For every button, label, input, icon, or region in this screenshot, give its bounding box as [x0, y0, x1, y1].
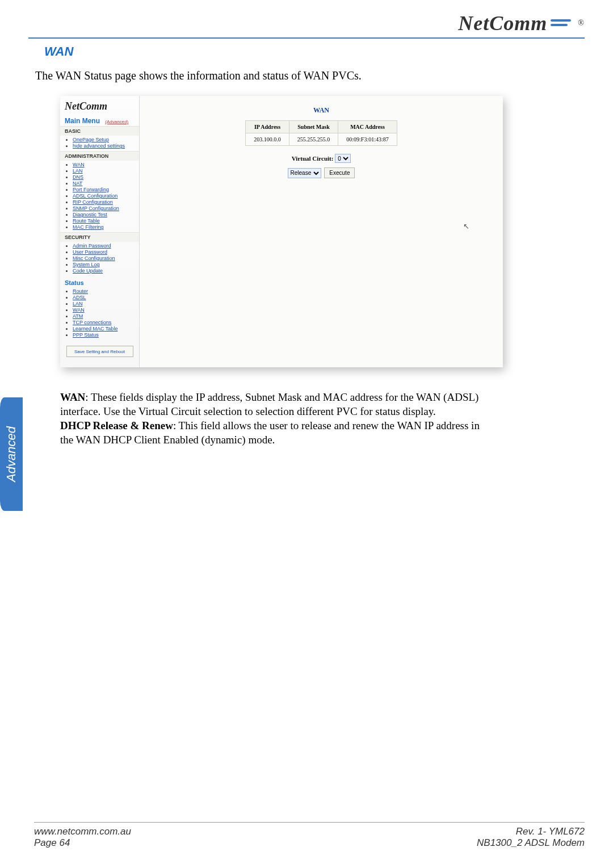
side-tab: Advanced: [0, 397, 23, 511]
list-item: ADSL Configuration: [73, 193, 139, 199]
save-reboot-button[interactable]: Save Setting and Reboot: [66, 346, 133, 357]
list-item: Route Table: [73, 218, 139, 224]
nav-nat[interactable]: NAT: [73, 181, 82, 186]
nav-portfwd[interactable]: Port Forwarding: [73, 187, 109, 192]
vc-label: Virtual Circuit:: [292, 155, 334, 162]
list-item: SNMP Configuration: [73, 206, 139, 211]
footer-url: www.netcomm.com.au: [34, 826, 131, 837]
list-item: TCP connections: [73, 320, 139, 325]
list-item: Misc Configuration: [73, 255, 139, 261]
nav-lan-status[interactable]: LAN: [73, 301, 83, 307]
nav-learned-mac[interactable]: Learned MAC Table: [73, 326, 117, 332]
brand-logo: NetComm ®: [458, 11, 585, 35]
list-item: ATM: [73, 313, 139, 319]
list-item: DNS: [73, 174, 139, 180]
cursor-icon: ↖: [463, 222, 469, 230]
nav-route-table[interactable]: Route Table: [73, 218, 100, 224]
list-item: NAT: [73, 181, 139, 186]
vc-select[interactable]: 0: [335, 154, 351, 163]
group-status: Status: [60, 276, 139, 287]
side-tab-label: Advanced: [4, 426, 19, 482]
nav-hide-advanced[interactable]: hide advanced settings: [73, 143, 125, 149]
list-item: WAN: [73, 162, 139, 167]
list-item: LAN: [73, 168, 139, 174]
group-basic: BASIC: [60, 126, 139, 136]
nav-snmp-config[interactable]: SNMP Configuration: [73, 206, 119, 211]
cell-ip: 203.100.0.0: [246, 133, 289, 146]
nav-adsl-config[interactable]: ADSL Configuration: [73, 193, 117, 199]
brand-text: NetComm: [458, 11, 547, 35]
list-item: hide advanced settings: [73, 143, 139, 149]
intro-text: The WAN Status page shows the informatio…: [35, 69, 585, 82]
sidebar-brand: NetComm: [60, 96, 139, 115]
table-header-row: IP Address Subnet Mask MAC Address: [246, 121, 397, 133]
list-item: System Log: [73, 262, 139, 267]
main-menu-text: Main Menu: [65, 117, 100, 125]
nav-user-password[interactable]: User Password: [73, 249, 107, 255]
admin-list: WAN LAN DNS NAT Port Forwarding ADSL Con…: [73, 162, 139, 230]
col-ip: IP Address: [246, 121, 289, 133]
list-item: RIP Configuration: [73, 199, 139, 205]
col-mac: MAC Address: [338, 121, 397, 133]
nav-wan-status[interactable]: WAN: [73, 307, 85, 313]
nav-code-update[interactable]: Code Update: [73, 268, 103, 274]
nav-system-log[interactable]: System Log: [73, 262, 100, 267]
status-list: Router ADSL LAN WAN ATM TCP connections …: [73, 288, 139, 338]
nav-ppp-status[interactable]: PPP Status: [73, 332, 99, 338]
list-item: MAC Filtering: [73, 224, 139, 230]
list-item: PPP Status: [73, 332, 139, 338]
cell-subnet: 255.255.255.0: [289, 133, 338, 146]
security-list: Admin Password User Password Misc Config…: [73, 243, 139, 274]
list-item: Diagnostic Test: [73, 212, 139, 217]
desc-wan-lead: WAN: [60, 391, 85, 403]
execute-button[interactable]: Execute: [324, 167, 355, 178]
nav-lan[interactable]: LAN: [73, 168, 83, 174]
nav-tcp-connections[interactable]: TCP connections: [73, 320, 111, 325]
nav-onepage-setup[interactable]: OnePage Setup: [73, 137, 109, 142]
footer-model: NB1300_2 ADSL Modem: [477, 837, 585, 849]
nav-dns[interactable]: DNS: [73, 174, 83, 180]
basic-list: OnePage Setup hide advanced settings: [73, 137, 139, 149]
list-item: Code Update: [73, 268, 139, 274]
registered-mark: ®: [578, 19, 585, 28]
section-heading: WAN: [44, 44, 585, 59]
nav-misc-config[interactable]: Misc Configuration: [73, 255, 115, 261]
col-subnet: Subnet Mask: [289, 121, 338, 133]
cell-mac: 00:09:F3:01:43:87: [338, 133, 397, 146]
list-item: User Password: [73, 249, 139, 255]
list-item: ADSL: [73, 295, 139, 300]
wan-table: IP Address Subnet Mask MAC Address 203.1…: [245, 120, 397, 146]
virtual-circuit-row: Virtual Circuit: 0: [140, 154, 503, 163]
nav-rip-config[interactable]: RIP Configuration: [73, 199, 113, 205]
footer-page: Page 64: [34, 837, 131, 849]
nav-wan[interactable]: WAN: [73, 162, 85, 167]
nav-router[interactable]: Router: [73, 288, 88, 294]
screenshot-content: WAN IP Address Subnet Mask MAC Address 2…: [140, 96, 503, 367]
nav-mac-filtering[interactable]: MAC Filtering: [73, 224, 104, 230]
desc-wan-body: : These fields display the IP address, S…: [60, 391, 478, 417]
nav-atm[interactable]: ATM: [73, 313, 83, 319]
list-item: Learned MAC Table: [73, 326, 139, 332]
group-admin: ADMINISTRATION: [60, 151, 139, 161]
list-item: Port Forwarding: [73, 187, 139, 192]
release-select[interactable]: Release: [288, 168, 321, 178]
table-row: 203.100.0.0 255.255.255.0 00:09:F3:01:43…: [246, 133, 397, 146]
screenshot-panel: NetComm Main Menu (Advanced) BASIC OnePa…: [60, 96, 503, 367]
list-item: LAN: [73, 301, 139, 307]
execute-row: Release Execute: [140, 167, 503, 178]
screenshot-sidebar: NetComm Main Menu (Advanced) BASIC OnePa…: [60, 96, 140, 367]
nav-adsl[interactable]: ADSL: [73, 295, 86, 300]
list-item: WAN: [73, 307, 139, 313]
main-menu-advanced-link[interactable]: (Advanced): [105, 119, 128, 124]
nav-diagnostic[interactable]: Diagnostic Test: [73, 212, 107, 217]
list-item: Admin Password: [73, 243, 139, 249]
swoosh-icon: [551, 17, 574, 30]
description-block: WAN: These fields display the IP address…: [60, 390, 492, 447]
list-item: OnePage Setup: [73, 137, 139, 142]
content-title: WAN: [140, 96, 503, 120]
main-menu-label: Main Menu (Advanced): [60, 115, 139, 126]
footer-rev: Rev. 1- YML672: [477, 826, 585, 837]
nav-admin-password[interactable]: Admin Password: [73, 243, 111, 249]
list-item: Router: [73, 288, 139, 294]
page-footer: www.netcomm.com.au Page 64 Rev. 1- YML67…: [34, 822, 585, 849]
